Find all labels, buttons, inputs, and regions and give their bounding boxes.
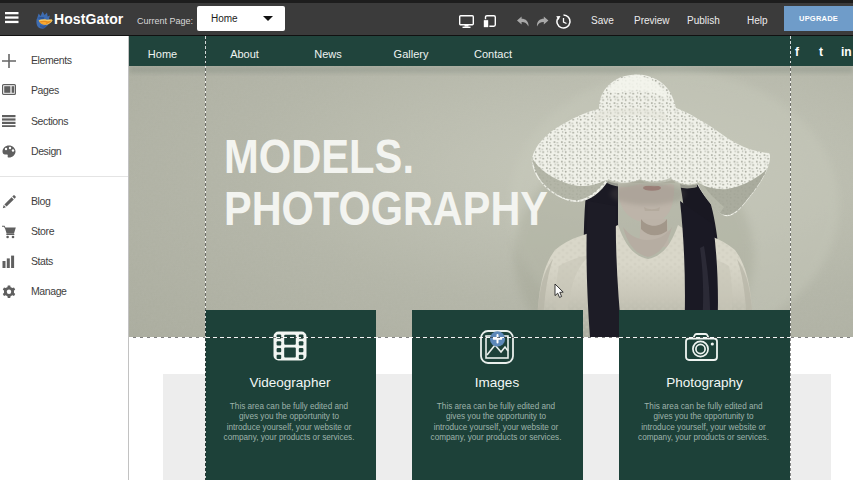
svg-text:MODELS.: MODELS.	[224, 130, 414, 183]
svg-text:PHOTOGRAPHY: PHOTOGRAPHY	[224, 182, 548, 235]
